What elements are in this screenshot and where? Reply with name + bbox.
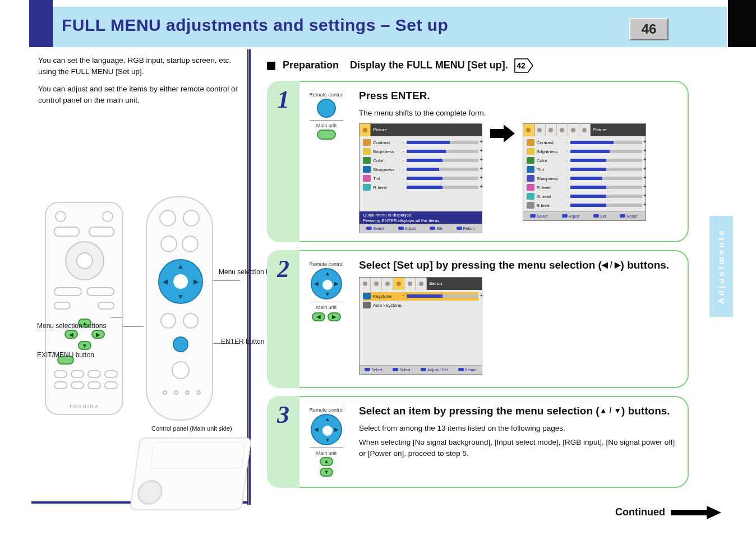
step-1-title: Press ENTER.: [359, 90, 677, 102]
remote-key: [54, 381, 67, 389]
svg-text:42: 42: [517, 61, 525, 70]
callout-line: [111, 317, 122, 318]
page-ref-arrow-icon: 42: [514, 58, 533, 73]
step-2-title: Select [Set up] by pressing the menu sel…: [359, 259, 677, 271]
preparation-step: Display the FULL MENU [Set up].: [350, 59, 508, 71]
step-3-note-2: When selecting [No signal background], […: [359, 437, 677, 459]
preparation-label: Preparation: [283, 59, 339, 71]
remote-menu-down-button: ▼: [78, 341, 91, 350]
step-3-icon-column: Remote control ◀ ▶ ▲ ▼ Main unit ▲ ▼: [306, 406, 347, 477]
quick-menu-screenshot: PictureContrast-+Brightness-+Color-+Shar…: [359, 123, 482, 233]
full-menu-screenshot: PictureContrast-+Brightness-+Color-+Tint…: [523, 123, 646, 221]
enter-button-icon: [317, 99, 336, 118]
step-1-card: 1 Remote control Main unit Press ENTER. …: [267, 81, 689, 242]
hardware-diagram: ▲ ◀ ▶ ▼ TOSHIBA ▲▼◀▶ Men: [45, 196, 230, 510]
column-divider: [247, 49, 251, 505]
panel-button: [159, 210, 176, 227]
step-3-title: Select an item by pressing the menu sele…: [359, 405, 677, 417]
remote-pill: [54, 287, 82, 296]
remote-key: [71, 381, 84, 389]
remote-pill: [89, 227, 114, 237]
step-1-icon-column: Remote control Main unit: [306, 91, 347, 140]
svg-point-2: [526, 128, 531, 132]
step-1-body: The menu shifts to the complete form.: [359, 108, 677, 119]
page-number: 46: [642, 21, 657, 37]
preparation-row: Preparation Display the FULL MENU [Set u…: [267, 58, 689, 73]
left-oval-icon: ◀: [312, 312, 325, 321]
remote-pill: [54, 227, 80, 237]
setup-menu-screenshot: Set upKeystone-+Auto keystoneSelectSelec…: [359, 277, 482, 375]
step-3-note-1: Select from among the 13 items listed on…: [359, 423, 677, 434]
svg-point-5: [560, 128, 564, 132]
remote-outline: ▲ ◀ ▶ ▼ TOSHIBA: [45, 202, 123, 415]
panel-led: [196, 390, 201, 395]
panel-led: [174, 390, 178, 395]
remote-key: [54, 370, 67, 378]
right-oval-icon: ▶: [328, 312, 341, 321]
svg-point-1: [363, 128, 367, 132]
remote-pill: [98, 302, 114, 310]
enter-oval-icon: [317, 130, 336, 140]
callout-enter: ENTER button: [221, 338, 264, 345]
panel-vol-down: [160, 236, 177, 252]
callout-menu-selection-remote: Menu selection buttons: [37, 322, 71, 330]
panel-power-button: [172, 361, 190, 379]
intro-paragraph-1: You can set the language, RGB input, sta…: [38, 55, 240, 78]
projector-outline: [130, 437, 252, 510]
svg-point-8: [363, 282, 367, 286]
section-side-tab-label: Adjustments: [709, 216, 733, 317]
remote-key: [104, 381, 118, 389]
section-side-tab: Adjustments: [709, 216, 733, 317]
page-title: FULL MENU adjustments and settings – Set…: [62, 16, 448, 35]
icon-label-main-unit: Main unit: [306, 305, 347, 310]
remote-menu-left-button: ◀: [64, 330, 78, 339]
icon-label-remote: Remote control: [306, 261, 347, 267]
projector-lens: [136, 480, 164, 505]
svg-point-13: [419, 282, 423, 286]
continued-label: Continued: [615, 506, 665, 518]
icon-label-remote: Remote control: [306, 92, 347, 98]
step-3-card: 3 Remote control ◀ ▶ ▲ ▼ Main unit ▲ ▼ S…: [267, 396, 689, 488]
bullet-square-icon: [267, 62, 275, 70]
svg-point-9: [374, 282, 379, 286]
intro-paragraph-2: You can adjust and set the items by eith…: [38, 84, 240, 107]
up-oval-icon: ▲: [320, 457, 333, 466]
remote-pill: [54, 302, 71, 310]
icon-label-main-unit: Main unit: [306, 450, 347, 456]
dpad-icon: ◀ ▶ ▲ ▼: [311, 414, 342, 445]
instruction-column: Preparation Display the FULL MENU [Set u…: [267, 58, 689, 488]
remote-menu-right-button: ▶: [91, 330, 105, 339]
corner-bleed: [728, 0, 756, 47]
panel-led: [185, 390, 190, 395]
control-panel-label: Control panel (Main unit side): [151, 425, 232, 432]
page-number-box: 46: [629, 18, 669, 40]
remote-pill: [86, 287, 114, 296]
step-2-number: 2: [267, 250, 299, 388]
svg-point-4: [548, 128, 553, 132]
svg-point-12: [408, 282, 412, 286]
intro-column: You can set the language, RGB input, sta…: [38, 55, 240, 112]
header-accent-block: [29, 0, 53, 47]
remote-key: [104, 370, 118, 378]
remote-key: [87, 370, 101, 378]
step-1-number: 1: [267, 81, 299, 242]
svg-point-7: [582, 128, 587, 132]
icon-label-main-unit: Main unit: [306, 123, 347, 128]
panel-button: [183, 210, 200, 227]
step-2-icon-column: Remote control ◀ ▶ ▲ ▼ Main unit ◀ ▶: [306, 260, 347, 321]
remote-btn-power: [102, 211, 113, 222]
remote-key: [71, 370, 84, 378]
callout-exit-menu: EXIT/MENU button: [37, 351, 76, 359]
dpad-icon: ◀ ▶ ▲ ▼: [311, 268, 342, 299]
down-oval-icon: ▼: [320, 468, 333, 477]
remote-brand-label: TOSHIBA: [46, 404, 122, 409]
continued-arrow-icon: [671, 505, 721, 522]
svg-point-6: [571, 128, 575, 132]
panel-button: [183, 313, 199, 329]
panel-dpad: ▲▼◀▶: [158, 259, 203, 304]
svg-point-3: [537, 128, 542, 132]
step-3-number: 3: [267, 396, 299, 488]
panel-enter-button: [173, 336, 188, 352]
remote-key: [87, 381, 101, 389]
svg-point-11: [397, 282, 401, 286]
